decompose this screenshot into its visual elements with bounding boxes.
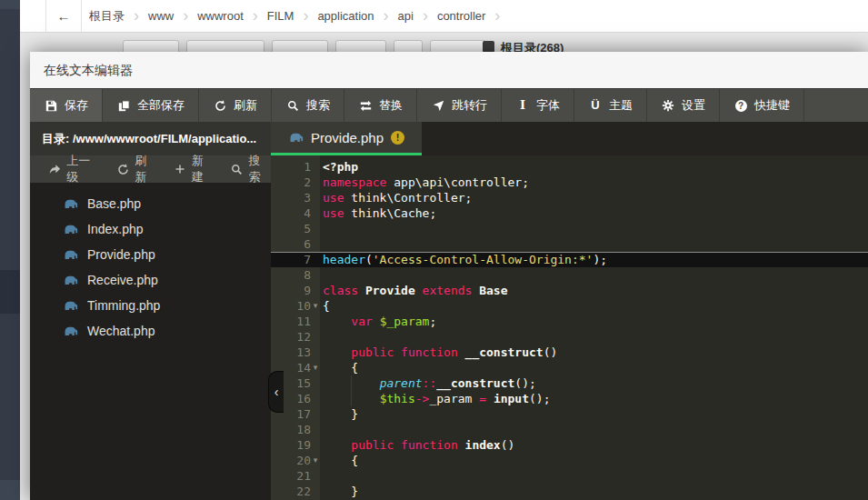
- file-item[interactable]: Provide.php: [30, 242, 271, 267]
- code-line[interactable]: 11 var $_param;: [271, 314, 868, 329]
- breadcrumb-item[interactable]: 根目录: [82, 8, 132, 25]
- code-line[interactable]: 19 public function index(): [271, 437, 868, 453]
- toolbar-button-replace[interactable]: 替换: [344, 89, 417, 122]
- line-number: 4: [271, 205, 311, 221]
- toolbar-button-font[interactable]: I字体: [502, 89, 574, 122]
- breadcrumb-item[interactable]: FILM: [260, 9, 302, 23]
- search-icon: [285, 100, 300, 112]
- file-name: Timming.php: [87, 298, 160, 313]
- toolbar-button-save-all[interactable]: 全部保存: [103, 89, 199, 122]
- php-icon: [63, 224, 78, 235]
- code-text: <?php: [320, 160, 358, 174]
- fold-icon[interactable]: ▾: [311, 453, 320, 468]
- code-text: class Provide extends Base: [320, 284, 508, 297]
- code-line[interactable]: 9class Provide extends Base: [271, 283, 868, 298]
- code-line[interactable]: 2namespace app\api\controller;: [271, 175, 868, 190]
- code-token: [458, 345, 465, 359]
- code-line[interactable]: 4use think\Cache;: [271, 205, 868, 221]
- breadcrumb-item[interactable]: controller: [430, 9, 493, 23]
- code-line[interactable]: 12: [271, 329, 868, 345]
- code-token: [323, 315, 351, 328]
- code-token: parent: [380, 376, 423, 390]
- toolbar-button-hotkeys[interactable]: ?快捷键: [720, 89, 804, 122]
- code-token: [486, 392, 494, 405]
- code-line[interactable]: 17 }: [271, 406, 868, 422]
- code-token: think\Controller;: [344, 191, 472, 205]
- code-token: [373, 315, 380, 328]
- code-line[interactable]: 22 }: [271, 484, 868, 499]
- fold-icon[interactable]: ▾: [311, 298, 320, 314]
- back-button[interactable]: ←: [45, 0, 82, 32]
- sidebar-tool-search[interactable]: 搜索: [230, 153, 271, 185]
- file-item[interactable]: Wechat.php: [30, 318, 271, 344]
- breadcrumb-item[interactable]: wwwroot: [190, 9, 251, 23]
- code-line[interactable]: 21: [271, 468, 868, 484]
- toolbar-button-settings[interactable]: 设置: [647, 89, 720, 122]
- code-text: {: [320, 299, 330, 313]
- code-token: __construct: [436, 376, 514, 390]
- breadcrumb-item[interactable]: application: [310, 9, 381, 23]
- line-number: 12: [271, 329, 311, 345]
- toolbar-button-theme[interactable]: Ü主题: [574, 89, 647, 122]
- code-token: __construct: [465, 345, 544, 359]
- file-item[interactable]: Timming.php: [30, 293, 271, 318]
- breadcrumb-item[interactable]: www: [141, 9, 181, 23]
- code-line[interactable]: 14▾ {: [271, 360, 868, 375]
- breadcrumb-separator-icon: ›: [493, 0, 502, 32]
- sidebar-tool-plus[interactable]: 新建: [174, 153, 215, 185]
- code-line[interactable]: 8: [271, 267, 868, 283]
- code-line[interactable]: 7header('Access-Control-Allow-Origin:*')…: [271, 252, 868, 267]
- tab-provide-php[interactable]: Provide.php !: [271, 122, 422, 155]
- code-token: =: [479, 392, 486, 405]
- code-token: _param: [429, 392, 479, 405]
- toolbar-button-save[interactable]: 保存: [30, 89, 103, 122]
- code-editor[interactable]: 1<?php2namespace app\api\controller;3use…: [271, 155, 868, 500]
- refresh-icon: [116, 164, 130, 175]
- code-text: namespace app\api\controller;: [320, 175, 529, 189]
- file-item[interactable]: Index.php: [30, 216, 271, 242]
- code-line[interactable]: 18: [271, 422, 868, 437]
- line-number: 10: [271, 298, 311, 314]
- toolbar-button-refresh[interactable]: 刷新: [199, 89, 272, 122]
- file-item[interactable]: Receive.php: [30, 267, 271, 293]
- code-token: ->: [415, 392, 430, 405]
- code-token: 'Access-Control-Allow-Origin:*': [373, 253, 594, 266]
- breadcrumb-item[interactable]: api: [391, 9, 421, 23]
- code-line[interactable]: 16 $this->_param = input();: [271, 391, 868, 406]
- code-token: header: [323, 253, 365, 266]
- modal-title: 在线文本编辑器: [30, 52, 868, 88]
- sidebar-tool-refresh[interactable]: 刷新: [116, 153, 157, 185]
- code-line[interactable]: 13 public function __construct(): [271, 345, 868, 360]
- breadcrumb-separator-icon: ›: [301, 0, 310, 32]
- code-line[interactable]: 3use think\Controller;: [271, 190, 868, 205]
- code-token: (): [544, 345, 558, 359]
- code-line[interactable]: 6: [271, 236, 868, 252]
- sidebar-tool-label: 新建: [192, 153, 215, 185]
- file-item[interactable]: Base.php: [30, 191, 271, 216]
- code-text: [320, 268, 323, 282]
- toolbar-button-search[interactable]: 搜索: [272, 89, 344, 122]
- line-number: 3: [271, 190, 311, 205]
- sidebar-tool-up[interactable]: 上一级: [48, 153, 100, 185]
- breadcrumb-separator-icon: ›: [382, 0, 391, 32]
- code-token: public: [351, 345, 394, 359]
- code-token: <?php: [323, 160, 358, 174]
- code-text: [320, 237, 323, 251]
- code-text: use think\Controller;: [320, 191, 472, 205]
- fold-icon[interactable]: ▾: [311, 360, 320, 375]
- toolbar-button-goto-line[interactable]: 跳转行: [417, 89, 502, 122]
- code-line[interactable]: 10▾{: [271, 298, 868, 314]
- refresh-icon: [213, 100, 227, 112]
- code-line[interactable]: 1<?php: [271, 159, 868, 175]
- code-line[interactable]: 20▾ {: [271, 453, 868, 468]
- line-number: 13: [271, 345, 311, 360]
- php-icon: [63, 198, 78, 209]
- hotkeys-icon: ?: [733, 100, 748, 112]
- code-line[interactable]: 5: [271, 221, 868, 236]
- code-text: }: [320, 485, 358, 498]
- code-token: public: [351, 438, 394, 452]
- sidebar-collapse-handle[interactable]: ‹: [268, 371, 284, 413]
- code-line[interactable]: 15 parent::__construct();: [271, 375, 868, 391]
- editor-modal-dialog: 在线文本编辑器 保存全部保存刷新搜索替换跳转行I字体Ü主题设置?快捷键 目录: …: [30, 52, 868, 500]
- file-name: Index.php: [87, 222, 144, 236]
